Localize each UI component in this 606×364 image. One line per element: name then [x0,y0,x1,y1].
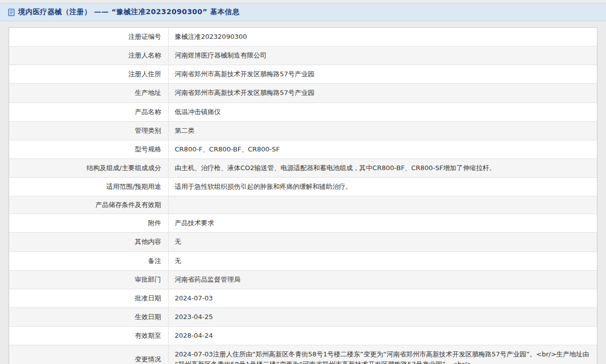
row-label: 生效日期 [9,308,169,326]
table-row: 变更情况 2024-07-03注册人住所由“郑州高新区冬青街58号1号楼二楼东”… [9,345,597,364]
table-row: 适用范围/预期用途 适用于急性软组织损伤引起的肿胀和疼痛的缓解和辅助治疗。 [9,178,597,196]
row-value: 低温冲击镇痛仪 [169,103,597,121]
row-label: 其他内容 [9,233,169,251]
row-value: 2028-04-24 [169,327,597,345]
row-label: 注册人住所 [9,65,169,83]
row-label: 变更情况 [9,345,169,364]
row-label: 批准日期 [9,289,169,307]
row-value [169,196,597,214]
row-value: 河南煜博医疗器械制造有限公司 [169,46,597,65]
row-label: 注册人名称 [9,46,169,65]
row-label: 附件 [9,214,169,232]
row-value: 2024-07-03 [169,289,597,307]
row-label: 管理类别 [9,122,169,140]
table-row: 型号规格 CR800-F、CR800-BF、CR800-SF [9,140,597,159]
row-value: 无 [169,233,597,251]
page-title: 境内医疗器械（注册） —— “豫械注准20232090300” 基本信息 [18,8,239,17]
row-label: 适用范围/预期用途 [9,178,169,196]
table-row: 产品名称 低温冲击镇痛仪 [9,103,597,122]
row-label: 产品储存条件及有效期 [9,196,169,214]
row-label: 审批部门 [9,271,169,289]
row-label: 有效期至 [9,327,169,345]
table-row: 生效日期 2023-04-25 [9,308,597,327]
table-row: 注册人名称 河南煜博医疗器械制造有限公司 [9,46,597,65]
table-row: 注册人住所 河南省郑州市高新技术开发区腊梅路57号产业园 [9,65,597,84]
registration-info-table: 注册证编号 豫械注准20232090300 注册人名称 河南煜博医疗器械制造有限… [9,27,597,364]
row-value: CR800-F、CR800-BF、CR800-SF [169,140,597,159]
table-row: 管理类别 第二类 [9,122,597,140]
row-label: 备注 [9,252,169,270]
table-row: 批准日期 2024-07-03 [9,289,597,308]
row-label: 型号规格 [9,140,169,159]
row-value: 适用于急性软组织损伤引起的肿胀和疼痛的缓解和辅助治疗。 [169,178,597,196]
table-row: 附件 产品技术要求 [9,214,597,233]
row-value: 由主机、治疗枪、液体CO2输送管、电源适配器和蓄电池组成，其中CR800-BF、… [169,159,597,177]
row-label: 产品名称 [9,103,169,121]
table-row: 生产地址 河南省郑州市高新技术开发区腊梅路57号产业园 [9,84,597,102]
row-value: 2023-04-25 [169,308,597,326]
row-value: 第二类 [169,122,597,140]
table-row: 结构及组成/主要组成成分 由主机、治疗枪、液体CO2输送管、电源适配器和蓄电池组… [9,159,597,178]
table-row: 产品储存条件及有效期 [9,196,597,214]
row-value: 豫械注准20232090300 [169,28,597,46]
row-value: 河南省药品监督管理局 [169,271,597,289]
row-value: 河南省郑州市高新技术开发区腊梅路57号产业园 [169,84,597,102]
table-row: 审批部门 河南省药品监督管理局 [9,271,597,289]
row-value: 无 [169,252,597,270]
row-label: 生产地址 [9,84,169,102]
page-header: 境内医疗器械（注册） —— “豫械注准20232090300” 基本信息 [0,3,606,21]
table-row: 有效期至 2028-04-24 [9,327,597,345]
row-label: 结构及组成/主要组成成分 [9,159,169,177]
table-row: 其他内容 无 [9,233,597,251]
row-value: 2024-07-03注册人住所由“郑州高新区冬青街58号1号楼二楼东”变更为“河… [169,345,597,364]
table-row: 备注 无 [9,252,597,271]
row-value: 产品技术要求 [169,214,597,232]
row-label: 注册证编号 [9,28,169,46]
document-icon [8,9,15,16]
table-row: 注册证编号 豫械注准20232090300 [9,28,597,46]
row-value: 河南省郑州市高新技术开发区腊梅路57号产业园 [169,65,597,83]
